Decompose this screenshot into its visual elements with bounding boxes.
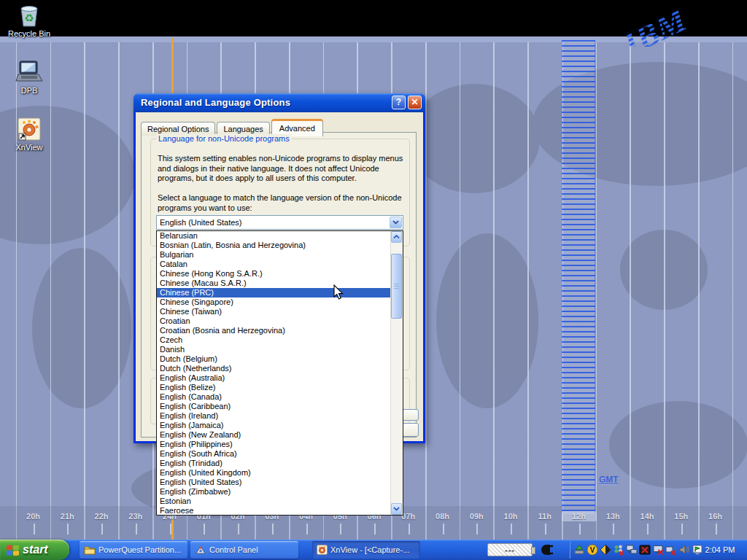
- language-option[interactable]: English (Canada): [157, 392, 390, 402]
- language-option[interactable]: English (Ireland): [157, 411, 390, 421]
- language-option[interactable]: Faeroese: [157, 506, 390, 516]
- language-option[interactable]: Catalan: [157, 260, 390, 269]
- eject-hardware-icon[interactable]: [573, 544, 585, 556]
- language-option[interactable]: English (Belize): [157, 383, 390, 392]
- laptop-icon: [15, 60, 44, 85]
- language-option[interactable]: English (Philippines): [157, 440, 390, 449]
- hour-label: 10h: [494, 512, 527, 521]
- hour-label: 22h: [85, 512, 118, 521]
- hour-label: 08h: [426, 512, 460, 521]
- taskbar: start PowerQuest Partition... Control Pa…: [0, 540, 747, 560]
- icon-label: Recycle Bin: [2, 29, 56, 38]
- icon-label: DPB: [2, 86, 56, 95]
- language-combobox[interactable]: English (United States): [156, 215, 403, 230]
- mouse-cursor: [333, 284, 344, 300]
- language-option[interactable]: English (South Africa): [157, 449, 390, 459]
- svg-text:IBM: IBM: [616, 0, 694, 47]
- scroll-up-button[interactable]: [391, 231, 402, 243]
- language-option[interactable]: English (Jamaica): [157, 421, 390, 430]
- display-utility-icon[interactable]: [639, 544, 651, 556]
- start-label: start: [23, 543, 48, 556]
- ac-power-plug-icon: [541, 543, 556, 556]
- dialog-titlebar[interactable]: Regional and Language Options ? ✕: [133, 93, 425, 112]
- language-option[interactable]: English (United States): [157, 478, 390, 487]
- hour-label: 20h: [17, 512, 50, 521]
- task-label: PowerQuest Partition...: [98, 545, 181, 554]
- taskbar-button-xnview[interactable]: XnView - [<Capture-...: [312, 541, 420, 559]
- language-option[interactable]: Estonian: [157, 497, 390, 506]
- tab-strip: Regional Options Languages Advanced: [141, 119, 325, 136]
- language-option[interactable]: Czech: [157, 335, 390, 345]
- hour-label: 12h: [562, 512, 596, 521]
- taskbar-clock[interactable]: 2:04 PM: [697, 540, 743, 560]
- scroll-down-button[interactable]: [391, 503, 402, 515]
- network-computers-icon[interactable]: [626, 544, 638, 556]
- language-option[interactable]: Chinese (Singapore): [157, 298, 390, 307]
- help-button[interactable]: ?: [392, 96, 406, 109]
- hour-label: 23h: [119, 512, 152, 521]
- desktop-icon-xnview[interactable]: XnView: [2, 117, 56, 152]
- combobox-dropdown-button[interactable]: [390, 217, 402, 228]
- battery-meter[interactable]: ---: [487, 543, 533, 556]
- language-option[interactable]: Bulgarian: [157, 250, 390, 260]
- combobox-value: English (United States): [160, 216, 242, 229]
- gmt-column-hatch: [562, 40, 595, 514]
- language-option[interactable]: English (Trinidad): [157, 459, 390, 468]
- description-text: This system setting enables non-Unicode …: [158, 154, 404, 184]
- language-option[interactable]: Chinese (Taiwan): [157, 307, 390, 316]
- hour-label: 16h: [699, 512, 732, 521]
- network-disconnected-icon[interactable]: [652, 544, 664, 556]
- language-option[interactable]: English (Caribbean): [157, 402, 390, 411]
- language-option[interactable]: Croatian (Bosnia and Herzegovina): [157, 326, 390, 335]
- language-option[interactable]: Danish: [157, 345, 390, 354]
- dialog-title: Regional and Language Options: [141, 93, 290, 112]
- hour-label: 09h: [460, 512, 493, 521]
- volume-icon[interactable]: [678, 544, 690, 556]
- system-tray: V: [573, 544, 703, 556]
- language-option[interactable]: Chinese (PRC): [157, 288, 390, 298]
- hour-label: 14h: [630, 512, 664, 521]
- users-offline-icon[interactable]: [613, 544, 624, 556]
- language-option[interactable]: Dutch (Netherlands): [157, 364, 390, 373]
- chevron-down-icon: [393, 507, 400, 511]
- language-option[interactable]: English (New Zealand): [157, 430, 390, 440]
- hour-label: 15h: [665, 512, 698, 521]
- battery-status-icon[interactable]: [600, 544, 611, 556]
- close-button[interactable]: ✕: [408, 96, 422, 109]
- hour-label: 21h: [50, 512, 84, 521]
- start-button[interactable]: start: [0, 540, 69, 560]
- language-option[interactable]: English (United Kingdom): [157, 468, 390, 478]
- recycle-bin-icon: ♻: [17, 4, 42, 28]
- scrollbar-thumb[interactable]: [391, 254, 402, 319]
- group-box-title: Language for non-Unicode programs: [156, 134, 292, 143]
- antivirus-icon[interactable]: V: [587, 544, 598, 556]
- hour-label: 11h: [528, 512, 562, 521]
- list-scrollbar[interactable]: [390, 231, 403, 515]
- xnview-shortcut-icon: [17, 117, 42, 141]
- language-option[interactable]: Dutch (Belgium): [157, 354, 390, 364]
- language-option[interactable]: Belarusian: [157, 231, 390, 241]
- language-option[interactable]: Bosnian (Latin, Bosnia and Herzegovina): [157, 241, 390, 250]
- ibm-logo: IBM: [600, 0, 731, 47]
- tray-divider: [569, 541, 570, 559]
- chevron-up-icon: [393, 235, 400, 239]
- icon-label: XnView: [2, 143, 56, 152]
- language-option[interactable]: Croatian: [157, 316, 390, 326]
- gmt-label: GMT: [599, 475, 619, 485]
- language-option[interactable]: English (Australia): [157, 373, 390, 383]
- svg-text:V: V: [590, 546, 595, 554]
- chevron-down-icon: [392, 220, 399, 225]
- folder-icon: [84, 545, 96, 555]
- svg-text:♻: ♻: [24, 12, 34, 24]
- language-option[interactable]: English (Zimbabwe): [157, 487, 390, 497]
- desktop-icon-dpb[interactable]: DPB: [2, 60, 56, 95]
- language-option[interactable]: Chinese (Hong Kong S.A.R.): [157, 269, 390, 279]
- instruction-text: Select a language to match the language …: [158, 193, 410, 213]
- windows-flag-icon: [6, 544, 20, 556]
- taskbar-button-control-panel[interactable]: Control Panel: [190, 541, 298, 559]
- taskbar-button-powerquest[interactable]: PowerQuest Partition...: [80, 541, 187, 559]
- language-dropdown-list[interactable]: BelarusianBosnian (Latin, Bosnia and Her…: [156, 230, 403, 516]
- desktop-icon-recycle-bin[interactable]: ♻ Recycle Bin: [2, 4, 56, 38]
- language-option[interactable]: Chinese (Macau S.A.R.): [157, 279, 390, 288]
- wireless-disconnected-icon[interactable]: [665, 544, 677, 556]
